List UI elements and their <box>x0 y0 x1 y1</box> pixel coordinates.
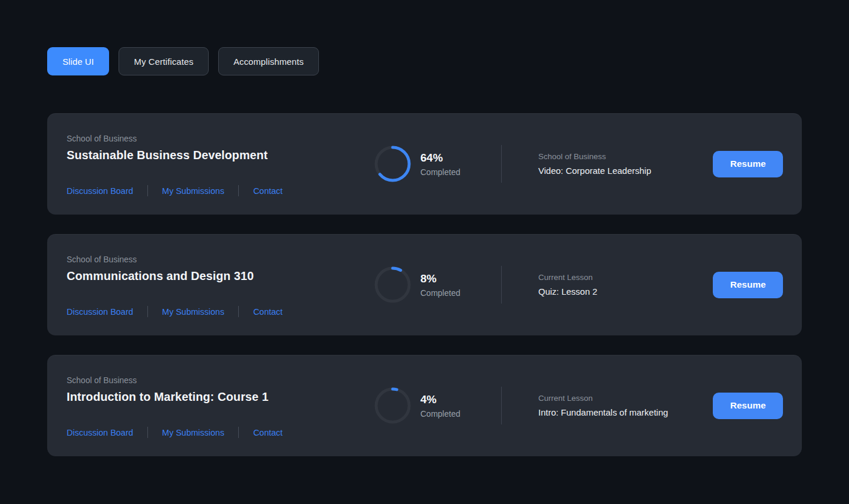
link-separator <box>147 185 148 196</box>
tab-slide-ui[interactable]: Slide UI <box>47 47 109 75</box>
vertical-divider <box>501 145 502 183</box>
discussion-board-link[interactable]: Discussion Board <box>67 428 133 437</box>
completed-label: Completed <box>420 167 460 177</box>
course-card-list: School of Business Sustainable Business … <box>47 113 802 456</box>
my-submissions-link[interactable]: My Submissions <box>162 307 225 317</box>
course-title: Communications and Design 310 <box>67 269 373 283</box>
lesson-title: Video: Corporate Leadership <box>538 166 713 176</box>
completed-label: Completed <box>420 409 460 419</box>
tab-accomplishments[interactable]: Accomplishments <box>218 47 319 75</box>
my-submissions-link[interactable]: My Submissions <box>162 428 225 437</box>
my-submissions-link[interactable]: My Submissions <box>162 186 225 196</box>
resume-button[interactable]: Resume <box>713 393 783 419</box>
progress-ring-icon <box>373 386 412 425</box>
vertical-divider <box>501 266 502 304</box>
course-links: Discussion Board My Submissions Contact <box>67 185 373 196</box>
progress-group: 4% Completed <box>373 386 501 425</box>
progress-text: 8% Completed <box>420 272 460 298</box>
progress-text: 4% Completed <box>420 393 460 419</box>
completed-label: Completed <box>420 288 460 298</box>
course-card: School of Business Communications and De… <box>47 234 802 335</box>
link-separator <box>147 306 148 317</box>
discussion-board-link[interactable]: Discussion Board <box>67 186 133 196</box>
link-separator <box>238 306 239 317</box>
top-tab-bar: Slide UI My Certificates Accomplishments <box>47 47 802 75</box>
lesson-label: Current Lesson <box>538 394 713 403</box>
progress-percent: 64% <box>420 151 460 164</box>
course-card: School of Business Introduction to Marke… <box>47 355 802 456</box>
tab-my-certificates[interactable]: My Certificates <box>119 47 209 75</box>
course-info: School of Business Sustainable Business … <box>67 113 373 215</box>
resume-button[interactable]: Resume <box>713 151 783 177</box>
lesson-label: School of Business <box>538 152 713 161</box>
progress-text: 64% Completed <box>420 151 460 177</box>
course-school-label: School of Business <box>67 134 373 143</box>
lesson-title: Intro: Fundamentals of marketing <box>538 407 713 417</box>
resume-button[interactable]: Resume <box>713 272 783 298</box>
link-separator <box>147 427 148 438</box>
course-school-label: School of Business <box>67 255 373 264</box>
course-title: Sustainable Business Development <box>67 149 373 162</box>
course-info: School of Business Introduction to Marke… <box>67 355 373 456</box>
vertical-divider <box>501 387 502 424</box>
dashboard-page: Slide UI My Certificates Accomplishments… <box>0 0 849 456</box>
contact-link[interactable]: Contact <box>253 428 282 437</box>
progress-group: 8% Completed <box>373 265 501 304</box>
contact-link[interactable]: Contact <box>253 186 282 196</box>
link-separator <box>238 185 239 196</box>
course-school-label: School of Business <box>67 375 373 385</box>
link-separator <box>238 427 239 438</box>
lesson-title: Quiz: Lesson 2 <box>538 286 713 297</box>
progress-percent: 8% <box>420 272 460 285</box>
contact-link[interactable]: Contact <box>253 307 282 317</box>
current-lesson-info: Current Lesson Intro: Fundamentals of ma… <box>538 394 713 417</box>
lesson-label: Current Lesson <box>538 273 713 282</box>
course-links: Discussion Board My Submissions Contact <box>67 427 373 438</box>
progress-ring-icon <box>373 265 412 304</box>
course-title: Introduction to Marketing: Course 1 <box>67 390 373 404</box>
progress-group: 64% Completed <box>373 144 501 183</box>
current-lesson-info: Current Lesson Quiz: Lesson 2 <box>538 273 713 297</box>
course-card: School of Business Sustainable Business … <box>47 113 802 215</box>
course-links: Discussion Board My Submissions Contact <box>67 306 373 317</box>
progress-percent: 4% <box>420 393 460 406</box>
discussion-board-link[interactable]: Discussion Board <box>67 307 133 317</box>
course-info: School of Business Communications and De… <box>67 234 373 335</box>
progress-ring-icon <box>373 144 412 183</box>
current-lesson-info: School of Business Video: Corporate Lead… <box>538 152 713 176</box>
